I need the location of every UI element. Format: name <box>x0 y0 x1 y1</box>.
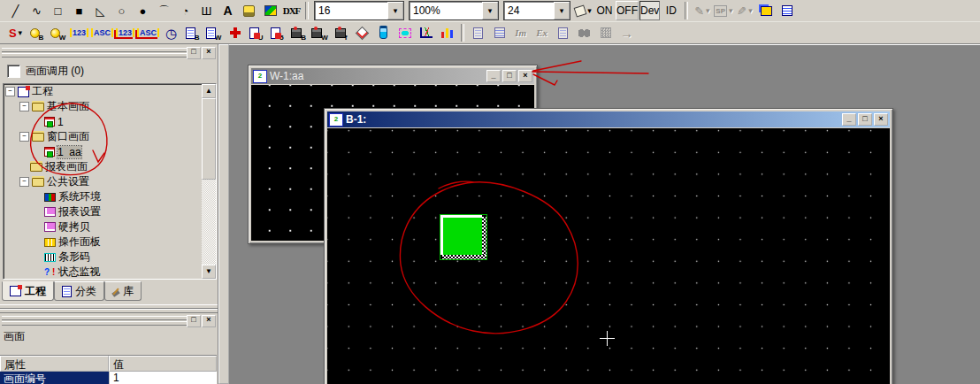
data-list-button[interactable] <box>777 1 798 20</box>
trend-graph-button[interactable] <box>416 23 436 42</box>
polygon-tool-button[interactable]: ◺ <box>90 1 111 20</box>
date-display-button[interactable]: 123 <box>115 23 135 42</box>
b1-screen-canvas[interactable] <box>327 128 890 384</box>
device-display-button[interactable]: Dev <box>639 1 660 20</box>
font-size-combo[interactable]: 16 ▾ <box>314 1 404 20</box>
edit-vertices-button[interactable]: ✎▾ <box>692 1 712 20</box>
scale-tool-button[interactable]: Ш <box>196 1 217 20</box>
tree-item-base-screens[interactable]: − 基本画面 <box>4 99 216 114</box>
time-display-button[interactable]: ASC <box>136 23 160 42</box>
property-column-header[interactable]: 属性 <box>0 356 109 372</box>
station-switch-button[interactable] <box>373 23 394 42</box>
b1-maximize-button[interactable]: □ <box>858 113 872 126</box>
word-lamp-button[interactable]: W <box>48 23 68 42</box>
word-switch-button[interactable]: W <box>310 23 330 42</box>
circle-tool-button[interactable]: ○ <box>111 1 132 20</box>
parts-display-button[interactable] <box>225 23 245 42</box>
w1-maximize-button[interactable]: □ <box>502 70 517 82</box>
collapse-icon[interactable]: − <box>19 102 29 111</box>
ascii-input-button[interactable]: 5 <box>267 23 287 42</box>
bit-lamp-button[interactable]: B <box>27 23 47 42</box>
sp-attribute-button[interactable]: SP▾ <box>713 1 733 20</box>
workspace-close-button[interactable]: × <box>202 47 216 59</box>
workspace-maximize-button[interactable]: □ <box>187 47 201 59</box>
tree-item-project[interactable]: − 工程 <box>4 84 216 99</box>
dxf-import-button[interactable]: DXF <box>281 1 302 20</box>
grid-size-dropdown-button[interactable]: ▾ <box>554 2 570 19</box>
tree-item-hardcopy[interactable]: 硬拷贝 <box>4 219 216 234</box>
tree-item-system-environment[interactable]: 系统环境 <box>4 189 216 204</box>
arc-tool-button[interactable]: ⌒ <box>154 1 174 20</box>
collapse-icon[interactable]: − <box>19 177 29 187</box>
tab-library[interactable]: 库 <box>104 281 142 301</box>
rectangle-tool-button[interactable]: □ <box>48 1 68 20</box>
screen-copy-button[interactable] <box>756 1 777 20</box>
collapse-icon[interactable]: − <box>5 87 15 96</box>
property-value-cell[interactable]: 1 <box>109 372 217 384</box>
b1-minimize-button[interactable]: _ <box>842 113 856 126</box>
gripper[interactable] <box>2 53 189 58</box>
select-mode-button[interactable]: S▾ <box>5 23 26 42</box>
polyline-tool-button[interactable]: ∿ <box>27 1 47 20</box>
screen-switch-button[interactable] <box>352 23 372 42</box>
scroll-down-button[interactable]: ▼ <box>202 265 216 279</box>
bit-switch-button[interactable]: B <box>288 23 309 42</box>
tree-item-window-screen-1aa[interactable]: 1 aa <box>4 144 216 159</box>
tree-item-common-settings[interactable]: − 公共设置 <box>4 174 216 189</box>
gripper[interactable] <box>2 321 189 326</box>
numeric-display-button[interactable]: 123 <box>69 23 89 42</box>
filled-rectangle-tool-button[interactable]: ■ <box>69 1 89 20</box>
comment-word-button[interactable]: W <box>203 23 224 42</box>
comment-bit-button[interactable]: B <box>182 23 203 42</box>
tree-item-report-screens[interactable]: 报表画面 <box>4 159 216 174</box>
import-image-button[interactable] <box>260 1 280 20</box>
tab-category[interactable]: 分类 <box>54 281 104 301</box>
next-button[interactable]: → <box>616 23 637 42</box>
window-b1[interactable]: 2 B-1: _ □ × <box>324 108 893 384</box>
zoom-dropdown-button[interactable]: ▾ <box>482 2 498 19</box>
line-tool-button[interactable]: ╱ <box>5 1 26 20</box>
w1-titlebar[interactable]: 2 W-1:aa _ □ × <box>251 68 534 84</box>
tree-item-report-settings[interactable]: 报表设置 <box>4 204 216 219</box>
property-close-button[interactable]: × <box>202 315 216 327</box>
export-button[interactable]: Ex <box>532 23 552 42</box>
tree-item-barcode[interactable]: 条形码 <box>4 250 216 265</box>
preview-button[interactable] <box>553 23 573 42</box>
gripper[interactable] <box>2 48 189 52</box>
stamp-button[interactable]: ✎▾ <box>735 1 755 20</box>
tree-item-window-screens[interactable]: − 窗口画面 <box>4 129 216 144</box>
w1-close-button[interactable]: × <box>518 70 532 82</box>
gripper[interactable] <box>2 316 189 320</box>
collapse-icon[interactable]: − <box>19 132 29 142</box>
scroll-up-button[interactable]: ▲ <box>202 84 216 98</box>
text-tool-button[interactable]: A <box>218 1 238 20</box>
paint-tool-button[interactable] <box>239 1 259 20</box>
grid-size-combo[interactable]: 24 ▾ <box>503 1 570 20</box>
grid-off-button[interactable]: OFF <box>616 1 639 20</box>
report-edit-button[interactable] <box>468 23 488 42</box>
overlay-screen-button[interactable] <box>394 23 415 42</box>
grid-on-button[interactable]: ON <box>594 1 615 20</box>
find-button[interactable] <box>574 23 594 42</box>
function-switch-button[interactable]: f <box>331 23 351 42</box>
tree-item-operation-panel[interactable]: 操作面板 <box>4 234 216 250</box>
green-touch-switch-object[interactable] <box>440 214 487 260</box>
zoom-combo[interactable]: 100% ▾ <box>409 1 499 20</box>
tree-scrollbar[interactable]: ▲ ▼ <box>202 84 216 279</box>
font-size-dropdown-button[interactable]: ▾ <box>387 2 403 19</box>
filled-circle-tool-button[interactable]: ● <box>133 1 153 20</box>
property-row-screen-number[interactable]: 画面编号 1 <box>0 372 217 384</box>
clock-display-button[interactable]: ◷ <box>161 23 181 42</box>
outdent-button[interactable] <box>489 23 509 42</box>
tree-item-status-watch[interactable]: ?! 状态监视 <box>4 265 216 280</box>
ascii-display-button[interactable]: ASC <box>90 23 114 42</box>
b1-close-button[interactable]: × <box>874 113 888 126</box>
horizontal-splitter[interactable] <box>0 303 218 312</box>
numeric-input-button[interactable]: U <box>246 23 266 42</box>
w1-minimize-button[interactable]: _ <box>486 70 501 82</box>
import-button[interactable]: Im <box>510 23 531 42</box>
vertical-splitter[interactable] <box>218 44 229 384</box>
property-dock-titlebar[interactable]: □ × <box>2 314 216 326</box>
bar-graph-button[interactable] <box>437 23 457 42</box>
property-maximize-button[interactable]: □ <box>187 315 201 327</box>
